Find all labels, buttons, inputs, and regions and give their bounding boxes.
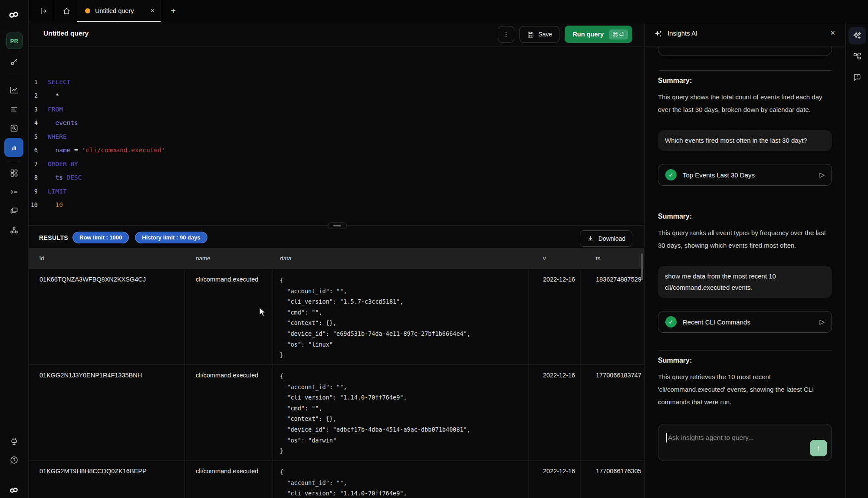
code-line[interactable]: 7ORDER BY xyxy=(28,157,644,171)
send-button[interactable]: ↑ xyxy=(810,440,827,456)
run-query-button[interactable]: Run query ⌘⏎ xyxy=(565,26,632,43)
code-line[interactable]: 4 events xyxy=(28,116,644,130)
home-icon xyxy=(62,7,71,15)
column-header-data[interactable]: data xyxy=(280,255,291,262)
code-line[interactable]: 3FROM xyxy=(28,102,644,116)
line-number: 6 xyxy=(28,147,38,154)
code-text: SELECT xyxy=(48,79,70,85)
webhook-icon xyxy=(10,226,19,235)
summary-block: Summary:This query ranks all event types… xyxy=(658,213,832,252)
summary-block: Summary:This query shows the total count… xyxy=(658,77,832,116)
table-row[interactable]: 01KGG2N1J3Y0ENP1R4F1335BNHcli/command.ex… xyxy=(28,365,644,461)
panel-expand-icon xyxy=(39,7,48,15)
new-tab-button[interactable]: + xyxy=(164,0,183,22)
ask-insights-input[interactable]: Ask insights agent to query...↑ xyxy=(658,424,832,461)
sidebar-item-explore[interactable] xyxy=(4,118,23,138)
code-text: 10 xyxy=(48,201,63,208)
user-message-text: show me data from the most recent 10 cli… xyxy=(665,271,825,293)
table-body: 01K66TQNZA3WFBQ8XN2KXSG4CJcli/command.ex… xyxy=(28,269,644,498)
play-icon[interactable]: ▷ xyxy=(819,318,825,326)
hierarchy-icon xyxy=(853,52,861,61)
saved-query-action-button[interactable]: ✓Top Events Last 30 Days▷ xyxy=(658,164,832,186)
column-header-id[interactable]: id xyxy=(39,255,44,262)
line-number: 10 xyxy=(28,201,38,208)
sql-token: LIMIT xyxy=(48,188,67,195)
run-shortcut-badge: ⌘⏎ xyxy=(609,29,628,39)
summary-heading: Summary: xyxy=(658,213,832,222)
feedback-tab[interactable] xyxy=(848,69,866,86)
sql-token: SELECT xyxy=(48,79,70,85)
download-button[interactable]: Download xyxy=(580,230,632,247)
table-row[interactable]: 01K66TQNZA3WFBQ8XN2KXSG4CJcli/command.ex… xyxy=(28,269,644,365)
json-line: "account_id": "", xyxy=(280,382,529,393)
code-line[interactable]: 9LIMIT xyxy=(28,184,644,198)
app-logo-icon xyxy=(4,5,23,24)
cell-ts: 1836274887529 xyxy=(581,269,644,364)
line-number: 8 xyxy=(28,174,38,181)
workspace-avatar[interactable]: PR xyxy=(6,33,23,49)
sidebar-item-messages[interactable] xyxy=(4,201,23,220)
column-header-ts[interactable]: ts xyxy=(596,255,601,262)
query-header: Untitled query Save Run query ⌘⏎ xyxy=(28,22,644,47)
sidebar-item-trends[interactable] xyxy=(4,80,23,99)
splitter-handle[interactable] xyxy=(328,223,347,229)
text-caret xyxy=(666,433,667,442)
search-box-icon xyxy=(10,124,19,133)
collapse-sidebar-button[interactable] xyxy=(34,0,53,22)
sidebar-item-functions[interactable] xyxy=(4,182,23,201)
code-text: * xyxy=(48,92,59,99)
sidebar-item-apps[interactable] xyxy=(4,163,23,182)
sql-editor[interactable]: 1SELECT2 *3FROM4 events5WHERE6 name = 'c… xyxy=(28,68,644,223)
sql-token: 10 xyxy=(48,201,63,208)
code-line[interactable]: 6 name = 'cli/command.executed' xyxy=(28,144,644,157)
insights-panel: Insights AI × Summary:This query shows t… xyxy=(644,22,845,498)
tab-untitled-query[interactable]: Untitled query × xyxy=(77,0,161,22)
table-row[interactable]: 01KGG2MT9H8H8CCDQ0ZK16BEPPcli/command.ex… xyxy=(28,461,644,498)
sidebar-item-keys[interactable] xyxy=(4,52,23,71)
input-line: Ask insights agent to query... xyxy=(666,433,754,442)
cell-name: cli/command.executed xyxy=(184,461,273,498)
cell-data: { "account_id": "", "cli_version": "1.14… xyxy=(273,365,529,460)
tab-close-icon[interactable]: × xyxy=(147,7,155,15)
code-text: LIMIT xyxy=(48,188,67,195)
editor-results-splitter[interactable] xyxy=(28,222,644,229)
table-scrollbar[interactable] xyxy=(641,253,643,280)
summary-text: This query retrieves the 10 most recent … xyxy=(658,370,832,408)
query-menu-button[interactable] xyxy=(498,26,514,43)
home-button[interactable] xyxy=(56,0,77,22)
line-number: 1 xyxy=(28,79,38,85)
json-line: "account_id": "", xyxy=(280,478,529,488)
insights-ai-tab[interactable] xyxy=(848,27,866,44)
summary-heading: Summary: xyxy=(658,77,832,86)
code-line[interactable]: 5WHERE xyxy=(28,130,644,144)
sidebar-item-connections[interactable] xyxy=(4,432,23,451)
section-divider xyxy=(658,350,832,351)
sidebar-item-help[interactable] xyxy=(4,450,23,469)
json-line: } xyxy=(280,350,529,360)
column-header-v[interactable]: v xyxy=(543,255,546,262)
schema-tree-tab[interactable] xyxy=(848,48,866,65)
save-label: Save xyxy=(538,31,552,38)
code-line[interactable]: 10 10 xyxy=(28,198,644,212)
limit-badge[interactable]: History limit : 90 days xyxy=(135,232,207,243)
line-number: 7 xyxy=(28,161,38,167)
download-label: Download xyxy=(598,235,625,242)
summary-text: This query ranks all event types by freq… xyxy=(658,226,832,252)
code-line[interactable]: 1SELECT xyxy=(28,75,644,89)
insights-close-icon[interactable]: × xyxy=(830,28,835,38)
feedback-icon xyxy=(853,73,861,82)
code-line[interactable]: 8 ts DESC xyxy=(28,171,644,185)
limit-badge[interactable]: Row limit : 1000 xyxy=(72,232,129,243)
saved-query-action-button[interactable]: ✓Recent CLI Commands▷ xyxy=(658,311,832,333)
list-icon xyxy=(10,105,19,114)
save-button[interactable]: Save xyxy=(519,26,559,43)
user-message-text: Which events fired most often in the las… xyxy=(665,135,825,146)
sidebar-item-query[interactable] xyxy=(4,138,23,157)
sql-token: ORDER BY xyxy=(48,161,78,167)
column-header-name[interactable]: name xyxy=(196,255,210,262)
code-line[interactable]: 2 * xyxy=(28,89,644,103)
play-icon[interactable]: ▷ xyxy=(819,171,825,179)
sidebar-item-webhooks[interactable] xyxy=(4,220,23,239)
sidebar-item-events[interactable] xyxy=(4,99,23,118)
grid-icon xyxy=(10,168,19,177)
